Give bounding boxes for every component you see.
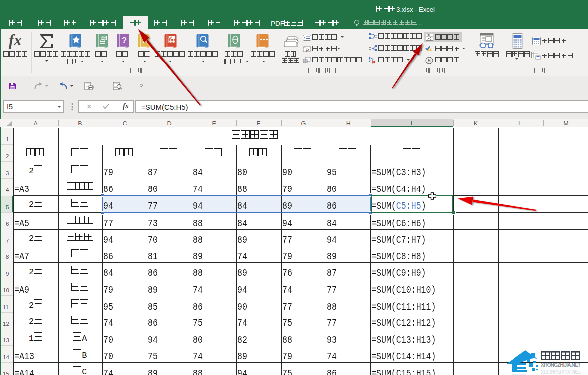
svg-text:?: ? xyxy=(122,36,127,45)
svg-text:x: x xyxy=(429,38,431,41)
svg-text:A: A xyxy=(142,36,148,45)
svg-text:15: 15 xyxy=(427,34,430,37)
svg-text:fx: fx xyxy=(427,58,431,63)
svg-text:fx: fx xyxy=(306,47,310,52)
